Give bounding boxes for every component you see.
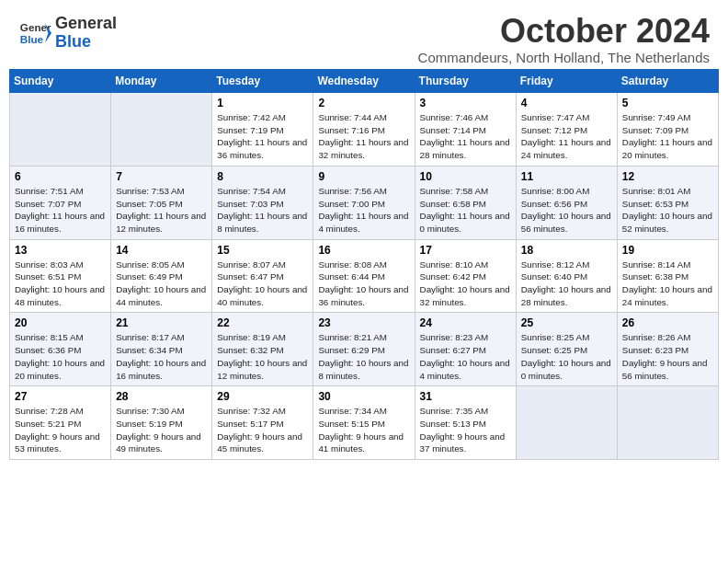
- day-number: 7: [116, 170, 207, 183]
- calendar-header-row: SundayMondayTuesdayWednesdayThursdayFrid…: [10, 70, 719, 93]
- calendar-week-1: 1Sunrise: 7:42 AM Sunset: 7:19 PM Daylig…: [10, 93, 719, 167]
- day-number: 21: [116, 316, 207, 329]
- calendar-cell: 22Sunrise: 8:19 AM Sunset: 6:32 PM Dayli…: [212, 313, 313, 386]
- calendar-cell: 24Sunrise: 8:23 AM Sunset: 6:27 PM Dayli…: [415, 313, 516, 386]
- header-wednesday: Wednesday: [313, 70, 415, 93]
- day-info: Sunrise: 7:34 AM Sunset: 5:15 PM Dayligh…: [318, 405, 409, 455]
- calendar-week-2: 6Sunrise: 7:51 AM Sunset: 7:07 PM Daylig…: [10, 166, 719, 239]
- day-number: 24: [420, 316, 511, 329]
- day-number: 29: [217, 390, 308, 403]
- calendar-cell: 19Sunrise: 8:14 AM Sunset: 6:38 PM Dayli…: [617, 239, 718, 313]
- day-info: Sunrise: 8:10 AM Sunset: 6:42 PM Dayligh…: [420, 259, 511, 309]
- day-info: Sunrise: 7:56 AM Sunset: 7:00 PM Dayligh…: [318, 185, 409, 236]
- day-number: 14: [116, 244, 207, 257]
- calendar-cell: 1Sunrise: 7:42 AM Sunset: 7:19 PM Daylig…: [212, 93, 313, 167]
- calendar-cell: 26Sunrise: 8:26 AM Sunset: 6:23 PM Dayli…: [617, 313, 718, 386]
- calendar-cell: 21Sunrise: 8:17 AM Sunset: 6:34 PM Dayli…: [111, 313, 212, 386]
- calendar-week-3: 13Sunrise: 8:03 AM Sunset: 6:51 PM Dayli…: [10, 239, 719, 313]
- calendar-cell: 9Sunrise: 7:56 AM Sunset: 7:00 PM Daylig…: [313, 166, 415, 239]
- day-info: Sunrise: 8:26 AM Sunset: 6:23 PM Dayligh…: [622, 331, 713, 382]
- calendar-cell: 20Sunrise: 8:15 AM Sunset: 6:36 PM Dayli…: [10, 313, 111, 386]
- calendar-cell: 7Sunrise: 7:53 AM Sunset: 7:05 PM Daylig…: [111, 166, 212, 239]
- day-number: 16: [318, 244, 409, 257]
- day-info: Sunrise: 7:32 AM Sunset: 5:17 PM Dayligh…: [217, 405, 308, 455]
- calendar-cell: 14Sunrise: 8:05 AM Sunset: 6:49 PM Dayli…: [111, 239, 212, 313]
- day-info: Sunrise: 7:44 AM Sunset: 7:16 PM Dayligh…: [318, 111, 409, 162]
- calendar-cell: 2Sunrise: 7:44 AM Sunset: 7:16 PM Daylig…: [313, 93, 415, 167]
- day-info: Sunrise: 8:12 AM Sunset: 6:40 PM Dayligh…: [521, 259, 612, 309]
- day-info: Sunrise: 8:17 AM Sunset: 6:34 PM Dayligh…: [116, 331, 207, 382]
- day-info: Sunrise: 7:42 AM Sunset: 7:19 PM Dayligh…: [217, 111, 308, 162]
- calendar-cell: 23Sunrise: 8:21 AM Sunset: 6:29 PM Dayli…: [313, 313, 415, 386]
- calendar-cell: [617, 386, 718, 460]
- day-info: Sunrise: 8:08 AM Sunset: 6:44 PM Dayligh…: [318, 259, 409, 309]
- day-number: 27: [15, 390, 106, 403]
- day-number: 19: [622, 244, 713, 257]
- day-number: 30: [318, 390, 409, 403]
- calendar-cell: 16Sunrise: 8:08 AM Sunset: 6:44 PM Dayli…: [313, 239, 415, 313]
- day-number: 2: [318, 97, 409, 109]
- header-monday: Monday: [111, 70, 212, 93]
- day-number: 28: [116, 390, 207, 403]
- header-sunday: Sunday: [10, 70, 111, 93]
- day-number: 9: [318, 170, 409, 183]
- calendar-table: SundayMondayTuesdayWednesdayThursdayFrid…: [9, 69, 719, 460]
- header-friday: Friday: [516, 70, 617, 93]
- header-tuesday: Tuesday: [212, 70, 313, 93]
- calendar-cell: 15Sunrise: 8:07 AM Sunset: 6:47 PM Dayli…: [212, 239, 313, 313]
- day-info: Sunrise: 7:30 AM Sunset: 5:19 PM Dayligh…: [116, 405, 207, 455]
- day-number: 25: [521, 316, 612, 329]
- day-info: Sunrise: 8:07 AM Sunset: 6:47 PM Dayligh…: [217, 259, 308, 309]
- day-info: Sunrise: 7:51 AM Sunset: 7:07 PM Dayligh…: [15, 185, 106, 236]
- day-number: 11: [521, 170, 612, 183]
- day-number: 18: [521, 244, 612, 257]
- day-number: 8: [217, 170, 308, 183]
- month-title: October 2024: [418, 15, 710, 48]
- day-info: Sunrise: 8:21 AM Sunset: 6:29 PM Dayligh…: [318, 331, 409, 382]
- day-info: Sunrise: 7:35 AM Sunset: 5:13 PM Dayligh…: [420, 405, 511, 455]
- logo-text: General Blue: [55, 15, 117, 52]
- day-number: 31: [420, 390, 511, 403]
- calendar-cell: 29Sunrise: 7:32 AM Sunset: 5:17 PM Dayli…: [212, 386, 313, 460]
- day-info: Sunrise: 7:54 AM Sunset: 7:03 PM Dayligh…: [217, 185, 308, 236]
- calendar-cell: 31Sunrise: 7:35 AM Sunset: 5:13 PM Dayli…: [415, 386, 516, 460]
- title-area: October 2024 Commandeurs, North Holland,…: [418, 15, 710, 65]
- day-info: Sunrise: 7:53 AM Sunset: 7:05 PM Dayligh…: [116, 185, 207, 236]
- calendar-cell: [516, 386, 617, 460]
- day-number: 1: [217, 97, 308, 109]
- day-info: Sunrise: 8:01 AM Sunset: 6:53 PM Dayligh…: [622, 185, 713, 236]
- day-info: Sunrise: 7:58 AM Sunset: 6:58 PM Dayligh…: [420, 185, 511, 236]
- day-info: Sunrise: 7:47 AM Sunset: 7:12 PM Dayligh…: [521, 111, 612, 162]
- calendar-cell: 8Sunrise: 7:54 AM Sunset: 7:03 PM Daylig…: [212, 166, 313, 239]
- day-info: Sunrise: 7:46 AM Sunset: 7:14 PM Dayligh…: [420, 111, 511, 162]
- calendar-cell: 6Sunrise: 7:51 AM Sunset: 7:07 PM Daylig…: [10, 166, 111, 239]
- calendar-cell: 13Sunrise: 8:03 AM Sunset: 6:51 PM Dayli…: [10, 239, 111, 313]
- day-info: Sunrise: 7:49 AM Sunset: 7:09 PM Dayligh…: [622, 111, 713, 162]
- day-info: Sunrise: 8:03 AM Sunset: 6:51 PM Dayligh…: [15, 259, 106, 309]
- calendar-cell: 3Sunrise: 7:46 AM Sunset: 7:14 PM Daylig…: [415, 93, 516, 167]
- day-number: 4: [521, 97, 612, 109]
- calendar-cell: 25Sunrise: 8:25 AM Sunset: 6:25 PM Dayli…: [516, 313, 617, 386]
- day-number: 26: [622, 316, 713, 329]
- day-info: Sunrise: 7:28 AM Sunset: 5:21 PM Dayligh…: [15, 405, 106, 455]
- calendar-cell: 18Sunrise: 8:12 AM Sunset: 6:40 PM Dayli…: [516, 239, 617, 313]
- header-thursday: Thursday: [415, 70, 516, 93]
- calendar-cell: [10, 93, 111, 167]
- calendar-week-5: 27Sunrise: 7:28 AM Sunset: 5:21 PM Dayli…: [10, 386, 719, 460]
- day-number: 23: [318, 316, 409, 329]
- day-number: 6: [15, 170, 106, 183]
- day-info: Sunrise: 8:05 AM Sunset: 6:49 PM Dayligh…: [116, 259, 207, 309]
- day-number: 15: [217, 244, 308, 257]
- day-info: Sunrise: 8:00 AM Sunset: 6:56 PM Dayligh…: [521, 185, 612, 236]
- header-saturday: Saturday: [617, 70, 718, 93]
- calendar-cell: [111, 93, 212, 167]
- page-header: General Blue General Blue October 2024 C…: [9, 9, 719, 65]
- calendar-week-4: 20Sunrise: 8:15 AM Sunset: 6:36 PM Dayli…: [10, 313, 719, 386]
- calendar-cell: 17Sunrise: 8:10 AM Sunset: 6:42 PM Dayli…: [415, 239, 516, 313]
- day-number: 22: [217, 316, 308, 329]
- calendar-cell: 4Sunrise: 7:47 AM Sunset: 7:12 PM Daylig…: [516, 93, 617, 167]
- calendar-cell: 10Sunrise: 7:58 AM Sunset: 6:58 PM Dayli…: [415, 166, 516, 239]
- calendar-cell: 12Sunrise: 8:01 AM Sunset: 6:53 PM Dayli…: [617, 166, 718, 239]
- day-info: Sunrise: 8:15 AM Sunset: 6:36 PM Dayligh…: [15, 331, 106, 382]
- calendar-cell: 30Sunrise: 7:34 AM Sunset: 5:15 PM Dayli…: [313, 386, 415, 460]
